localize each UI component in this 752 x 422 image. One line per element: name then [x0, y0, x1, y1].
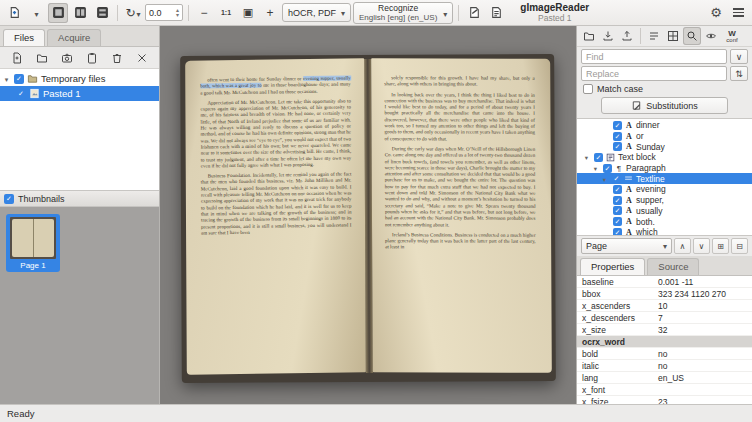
property-row[interactable]: bbox323 234 1120 270	[577, 288, 752, 300]
find-next-button[interactable]: ∨	[730, 49, 748, 64]
rotate-page-button[interactable]	[123, 3, 143, 23]
property-value[interactable]: no	[655, 349, 752, 359]
collapse-all-button[interactable]: ⊟	[731, 238, 748, 254]
add-images-button[interactable]	[4, 3, 24, 23]
zoom-original-button[interactable]	[216, 3, 236, 23]
property-row[interactable]: x_ascenders10	[577, 300, 752, 312]
zoom-fit-button[interactable]	[238, 3, 258, 23]
tree-row-temporary-files[interactable]: Temporary files	[0, 71, 159, 86]
property-row[interactable]: baseline0.001 -11	[577, 276, 752, 288]
paste-button[interactable]	[83, 48, 102, 67]
tree-word-row[interactable]: or	[577, 131, 752, 142]
block-checkbox[interactable]	[594, 153, 603, 162]
replace-input[interactable]	[581, 66, 727, 81]
expand-all-button[interactable]: ⊞	[712, 238, 729, 254]
word-checkbox[interactable]	[613, 228, 622, 236]
property-value[interactable]: 10	[655, 301, 752, 311]
property-row[interactable]: x_fsize23	[577, 396, 752, 404]
tree-word-row[interactable]: supper,	[577, 195, 752, 206]
open-recent-dropdown[interactable]	[26, 3, 46, 23]
add-folder-button[interactable]	[32, 48, 51, 67]
tree-paragraph-row[interactable]: Paragraph	[577, 163, 752, 174]
document-canvas[interactable]: often went to their home for Sunday dinn…	[160, 26, 576, 404]
open-hocr-button[interactable]	[580, 27, 598, 45]
zoom-in-button[interactable]	[260, 3, 280, 23]
find-replace-toggle[interactable]	[683, 27, 701, 45]
word-checkbox[interactable]	[613, 217, 622, 226]
checkbox-checked[interactable]	[16, 89, 26, 99]
replace-button[interactable]: ⇅	[730, 66, 748, 81]
tree-textline-row-selected[interactable]: Textline	[577, 173, 752, 184]
tree-block-row[interactable]: Text block	[577, 152, 752, 163]
property-row[interactable]: x_font	[577, 384, 752, 396]
checkbox-checked[interactable]	[14, 74, 24, 84]
property-value[interactable]: 323 234 1120 270	[655, 289, 752, 299]
word-checkbox[interactable]	[613, 185, 622, 194]
rotation-spinbox[interactable]: 0.0 ▴▾	[145, 4, 183, 21]
word-checkbox[interactable]	[613, 132, 622, 141]
word-checkbox[interactable]	[613, 206, 622, 215]
document-text-icon	[490, 6, 503, 19]
thumbnail-page-1[interactable]: Page 1	[6, 214, 60, 272]
remove-file-button[interactable]	[108, 48, 127, 67]
word-confidence-toggle[interactable]: W conf	[721, 27, 743, 45]
tree-word-row[interactable]: which	[577, 227, 752, 236]
word-checkbox[interactable]	[613, 121, 622, 130]
spin-arrows-icon[interactable]: ▴▾	[176, 8, 179, 18]
substitutions-button[interactable]: Substitutions	[601, 97, 728, 114]
tab-properties[interactable]: Properties	[580, 258, 645, 275]
ocr-mode-combo[interactable]: hOCR, PDF	[282, 3, 351, 22]
tab-files[interactable]: Files	[3, 29, 45, 46]
insert-mode-button[interactable]	[645, 27, 663, 45]
property-value[interactable]: no	[655, 361, 752, 371]
textline-checkbox[interactable]	[612, 174, 621, 183]
swap-source-button[interactable]	[664, 27, 682, 45]
prev-item-button[interactable]: ∧	[674, 238, 691, 254]
tree-row-pasted-1[interactable]: Pasted 1	[0, 86, 159, 101]
property-row[interactable]: x_descenders7	[577, 312, 752, 324]
expander-icon[interactable]	[582, 152, 591, 162]
property-value[interactable]: 7	[655, 313, 752, 323]
property-value[interactable]: 23	[655, 397, 752, 405]
find-input[interactable]	[581, 49, 727, 64]
property-row[interactable]: x_size32	[577, 324, 752, 336]
clear-files-button[interactable]	[133, 48, 152, 67]
page-combo[interactable]: Page	[581, 238, 672, 254]
tab-source[interactable]: Source	[647, 258, 699, 275]
save-hocr-button[interactable]	[599, 27, 617, 45]
thumbnails-checkbox[interactable]	[4, 194, 14, 204]
layout-mode-button-1[interactable]	[48, 3, 68, 23]
tree-word-row[interactable]: dinner	[577, 120, 752, 131]
expander-icon[interactable]	[600, 174, 609, 184]
layout-mode-button-3[interactable]	[92, 3, 112, 23]
match-case-checkbox[interactable]	[583, 84, 593, 94]
property-value[interactable]: en_US	[655, 373, 752, 383]
app-menu-button[interactable]	[728, 3, 748, 23]
word-checkbox[interactable]	[613, 196, 622, 205]
add-images-button-small[interactable]	[7, 48, 26, 67]
tree-word-row[interactable]: Sunday	[577, 141, 752, 152]
property-value[interactable]: 0.001 -11	[655, 277, 752, 287]
property-row[interactable]: langen_US	[577, 372, 752, 384]
zoom-out-button[interactable]	[194, 3, 214, 23]
property-row[interactable]: italicno	[577, 360, 752, 372]
property-row[interactable]: boldno	[577, 348, 752, 360]
show-output-pane-button[interactable]	[486, 3, 506, 23]
export-button[interactable]	[618, 27, 636, 45]
next-item-button[interactable]: ∨	[693, 238, 710, 254]
layout-mode-button-2[interactable]	[70, 3, 90, 23]
property-value[interactable]: 32	[655, 325, 752, 335]
preview-toggle[interactable]	[702, 27, 720, 45]
tab-acquire[interactable]: Acquire	[47, 29, 101, 46]
recognize-button[interactable]: Recognize English [eng] (en_US)	[353, 2, 453, 24]
tree-word-row[interactable]: evening	[577, 184, 752, 195]
tree-word-row[interactable]: both.	[577, 216, 752, 227]
settings-button[interactable]	[706, 3, 726, 23]
paragraph-checkbox[interactable]	[603, 164, 612, 173]
show-recognition-pane-button[interactable]	[464, 3, 484, 23]
expander-icon[interactable]	[591, 163, 600, 173]
expander-icon[interactable]	[2, 73, 11, 84]
word-checkbox[interactable]	[613, 142, 622, 151]
tree-word-row[interactable]: usually	[577, 206, 752, 217]
screenshot-button[interactable]	[57, 48, 76, 67]
